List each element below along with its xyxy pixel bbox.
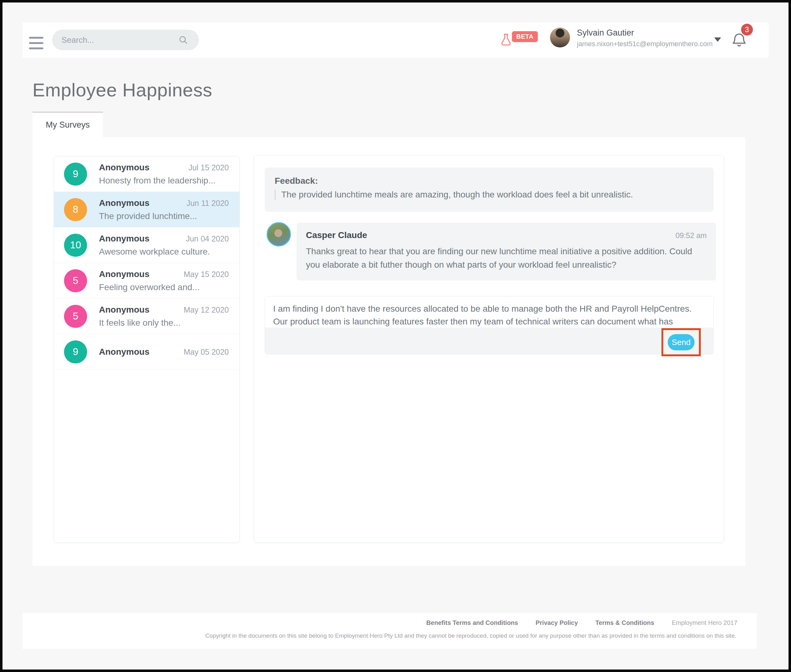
- feedback-label: Feedback:: [275, 176, 704, 186]
- survey-list-item-selected[interactable]: 8 Anonymous Jun 11 2020 The provided lun…: [54, 192, 239, 227]
- user-name: Sylvain Gautier: [577, 28, 634, 38]
- annotation-highlight: Send: [661, 328, 701, 356]
- reply-footer: Send: [265, 328, 713, 354]
- survey-date: Jul 15 2020: [189, 163, 229, 172]
- survey-list-item[interactable]: 9 Anonymous May 05 2020: [54, 334, 239, 370]
- chevron-down-icon[interactable]: [714, 37, 721, 42]
- score-badge: 5: [64, 269, 87, 292]
- search-icon[interactable]: [178, 35, 188, 45]
- flask-icon: [499, 32, 513, 48]
- notification-count-badge: 3: [741, 24, 753, 35]
- reply-input[interactable]: I am finding I don't have the resources …: [265, 296, 713, 328]
- survey-author: Anonymous: [99, 305, 149, 315]
- message-timestamp: 09:52 am: [675, 231, 707, 240]
- survey-preview: Feeling overworked and...: [99, 282, 229, 292]
- page-title: Employee Happiness: [32, 79, 212, 101]
- survey-preview: The provided lunchtime...: [99, 211, 229, 221]
- survey-list-item[interactable]: 10 Anonymous Jun 04 2020 Awesome workpla…: [54, 227, 239, 263]
- reply-composer: I am finding I don't have the resources …: [265, 296, 714, 354]
- message-avatar: [266, 222, 291, 246]
- score-badge: 5: [64, 305, 87, 328]
- beta-badge: BETA: [512, 31, 538, 42]
- survey-list-item[interactable]: 5 Anonymous May 12 2020 It feels like on…: [54, 299, 239, 334]
- survey-author: Anonymous: [99, 163, 149, 173]
- hamburger-menu-icon[interactable]: [29, 37, 43, 49]
- survey-preview: Honesty from the leadership...: [99, 176, 229, 186]
- score-badge: 8: [64, 198, 87, 221]
- survey-preview: It feels like only the...: [99, 318, 229, 328]
- survey-author: Anonymous: [99, 198, 149, 208]
- top-bar: BETA Sylvain Gautier james.nixon+test51c…: [22, 22, 769, 58]
- beta-feature-toggle[interactable]: BETA: [499, 30, 558, 50]
- survey-date: May 12 2020: [183, 306, 229, 314]
- message-bubble: Casper Claude 09:52 am Thanks great to h…: [297, 223, 716, 280]
- survey-list-item[interactable]: 5 Anonymous May 15 2020 Feeling overwork…: [54, 263, 239, 299]
- tab-my-surveys[interactable]: My Surveys: [32, 112, 103, 137]
- footer-link-privacy-policy[interactable]: Privacy Policy: [536, 619, 578, 626]
- footer-links: Benefits Terms and Conditions Privacy Po…: [427, 619, 737, 626]
- score-badge: 9: [64, 340, 87, 363]
- score-badge: 9: [64, 163, 87, 186]
- notifications-button[interactable]: 3: [730, 23, 756, 58]
- survey-list-item[interactable]: 9 Anonymous Jul 15 2020 Honesty from the…: [54, 156, 239, 192]
- feedback-section: Feedback: The provided lunchtime meals a…: [265, 168, 714, 212]
- survey-date: May 05 2020: [183, 347, 229, 357]
- user-avatar: [550, 27, 570, 47]
- send-button[interactable]: Send: [668, 334, 695, 350]
- app-page: BETA Sylvain Gautier james.nixon+test51c…: [3, 3, 788, 669]
- message-body: Thanks great to hear that you are findin…: [306, 245, 707, 272]
- survey-date: May 15 2020: [183, 270, 229, 279]
- feedback-quote: The provided lunchtime meals are amazing…: [275, 190, 704, 200]
- survey-author: Anonymous: [99, 234, 149, 244]
- search-input[interactable]: [61, 30, 180, 50]
- message-author: Casper Claude: [306, 230, 367, 240]
- footer-brand-year: Employment Hero 2017: [672, 619, 737, 626]
- site-footer: Benefits Terms and Conditions Privacy Po…: [22, 613, 757, 649]
- survey-author: Anonymous: [99, 269, 149, 279]
- survey-author: Anonymous: [99, 347, 149, 357]
- footer-link-terms-conditions[interactable]: Terms & Conditions: [595, 619, 654, 626]
- survey-date: Jun 04 2020: [186, 234, 229, 243]
- survey-detail-panel: Feedback: The provided lunchtime meals a…: [254, 155, 724, 543]
- survey-date: Jun 11 2020: [186, 199, 229, 208]
- footer-link-benefits-terms[interactable]: Benefits Terms and Conditions: [427, 619, 518, 626]
- score-badge: 10: [64, 234, 87, 257]
- survey-preview: Awesome workplace culture.: [99, 247, 229, 257]
- survey-list: 9 Anonymous Jul 15 2020 Honesty from the…: [54, 156, 240, 543]
- footer-copyright: Copyright in the documents on this site …: [204, 632, 738, 639]
- user-email: james.nixon+test51c@employmenthero.com: [577, 40, 712, 48]
- search-bar: [52, 30, 199, 50]
